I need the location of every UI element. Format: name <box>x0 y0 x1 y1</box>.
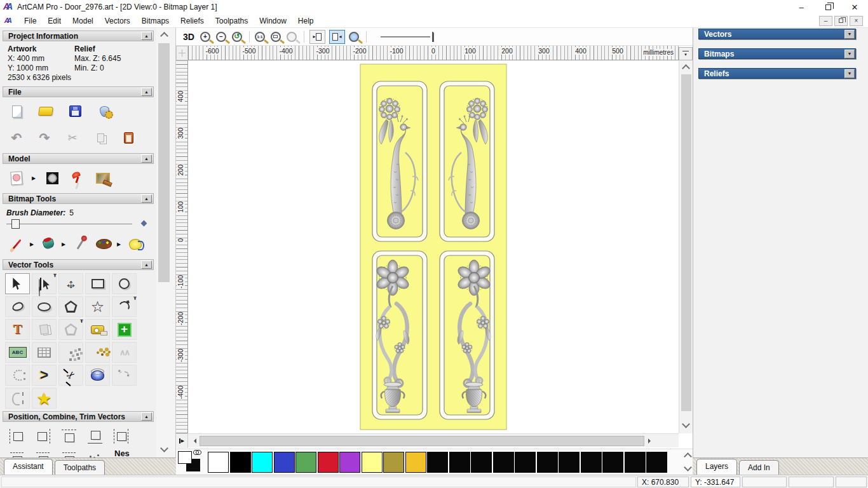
zoom-1to1-icon[interactable]: 1:1 <box>255 32 265 42</box>
centre-b-button[interactable] <box>32 449 53 458</box>
palette-swatch-12[interactable] <box>471 452 492 473</box>
palette-swatch-7[interactable] <box>362 452 383 473</box>
star-tool[interactable] <box>85 296 110 317</box>
scroll-up-icon[interactable] <box>160 32 168 40</box>
collapse-section-button[interactable] <box>141 412 152 421</box>
rectangle-tool[interactable] <box>85 273 110 294</box>
toggle-bitmap-visibility-button[interactable]: ▸ <box>309 30 325 44</box>
link-colours-icon[interactable] <box>193 450 201 455</box>
open-model-icon[interactable] <box>36 101 56 121</box>
menu-bitmaps[interactable]: Bitmaps <box>136 15 175 27</box>
save-model-icon[interactable] <box>65 101 85 121</box>
arc-fit-tool[interactable] <box>5 365 30 386</box>
spin-tool[interactable] <box>85 365 110 386</box>
restore-button[interactable] <box>815 0 841 14</box>
menu-reliefs[interactable]: Reliefs <box>175 15 210 27</box>
palette-swatch-18[interactable] <box>602 452 623 473</box>
vectorize-tool[interactable] <box>85 342 110 363</box>
slider-handle[interactable] <box>11 219 20 229</box>
tab-assistant[interactable]: Assistant <box>4 459 53 475</box>
expand-panel-button[interactable] <box>844 69 855 78</box>
scrollbar-thumb[interactable] <box>158 43 170 282</box>
palette-swatch-20[interactable] <box>646 452 667 473</box>
trim-tool[interactable] <box>58 365 83 386</box>
scroll-down-icon[interactable] <box>160 444 168 452</box>
toggle-3d-view-button[interactable]: 3D <box>181 31 196 43</box>
collapse-section-button[interactable] <box>141 261 152 269</box>
menu-window[interactable]: Window <box>254 15 292 27</box>
lighting-icon[interactable] <box>67 168 88 188</box>
copy-icon[interactable] <box>90 128 111 148</box>
arc-tool[interactable]: Ŧ <box>112 296 137 317</box>
palette-swatch-0[interactable] <box>208 452 229 473</box>
menu-toolpaths[interactable]: Toolpaths <box>210 15 254 27</box>
panel-header-vectors[interactable]: Vectors <box>698 29 856 39</box>
palette-icon[interactable] <box>93 234 114 254</box>
mdi-close-button[interactable]: × <box>850 16 863 26</box>
scroll-left-button[interactable] <box>188 434 199 448</box>
centre-a-button[interactable] <box>6 449 27 458</box>
nest-dots-button[interactable] <box>85 449 105 458</box>
minimize-button[interactable]: – <box>788 0 815 14</box>
collapse-section-button[interactable] <box>141 154 152 163</box>
menu-help[interactable]: Help <box>292 15 320 27</box>
artwork-2d-view[interactable] <box>360 64 507 430</box>
panel-header-reliefs[interactable]: Reliefs <box>698 68 856 79</box>
zoom-previous-icon[interactable]: ↺ <box>232 32 242 42</box>
node-edit-tool[interactable]: Ŧ <box>32 273 57 294</box>
greyscale-relief-icon[interactable] <box>42 168 62 188</box>
expand-panel-button[interactable] <box>844 50 855 58</box>
assistant-scrollbar[interactable] <box>156 28 176 458</box>
palette-swatch-3[interactable] <box>274 452 295 473</box>
bitmap-contrast-slider[interactable] <box>381 31 437 43</box>
tearoff-pin-icon[interactable]: Ŧ <box>53 273 57 278</box>
ruler-corner-button[interactable] <box>176 46 188 60</box>
menu-model[interactable]: Model <box>67 15 99 27</box>
collapse-section-button[interactable] <box>141 88 152 96</box>
align-left-button[interactable] <box>6 426 27 446</box>
palette-scroll-down-icon[interactable] <box>684 463 692 471</box>
primary-colour-swatch[interactable] <box>178 451 192 464</box>
slider-track[interactable] <box>6 224 132 224</box>
star-wizard-tool[interactable] <box>32 388 57 409</box>
palette-swatch-16[interactable] <box>559 452 580 473</box>
polygon-tool[interactable] <box>58 296 83 317</box>
palette-swatch-19[interactable] <box>625 452 646 473</box>
select-tool[interactable] <box>5 273 30 294</box>
doctor-tool[interactable] <box>112 319 137 340</box>
toggle-vector-visibility-button[interactable]: ◂ <box>329 30 345 44</box>
distort-tool[interactable] <box>32 342 57 363</box>
preview-relief-icon[interactable] <box>349 32 359 42</box>
palette-swatch-1[interactable] <box>230 452 251 473</box>
palette-scroll-up-icon[interactable] <box>684 452 692 461</box>
tab-toolpaths[interactable]: Toolpaths <box>55 460 105 475</box>
colour-picker-icon[interactable] <box>70 234 90 254</box>
menu-file[interactable]: File <box>18 15 42 27</box>
palette-swatch-8[interactable] <box>383 452 404 473</box>
dropdown-arrow-icon[interactable]: ▶ <box>30 241 35 247</box>
centre-c-button[interactable] <box>58 449 79 458</box>
cut-icon[interactable] <box>62 128 83 148</box>
dropdown-arrow-icon[interactable]: ▶ <box>62 241 67 247</box>
zoom-objects-icon[interactable] <box>271 32 281 42</box>
ruler-units-dropdown[interactable] <box>679 47 693 60</box>
palette-swatch-5[interactable] <box>318 452 339 473</box>
align-top-button[interactable] <box>58 426 79 446</box>
palette-swatch-2[interactable] <box>252 452 273 473</box>
free-curve-tool[interactable] <box>112 365 137 386</box>
text-tool[interactable] <box>5 319 30 340</box>
arrowhead-tool[interactable] <box>32 365 57 386</box>
mountains-tool[interactable] <box>112 342 137 363</box>
dropdown-arrow-icon[interactable]: ▶ <box>117 241 122 247</box>
scroll-up-icon[interactable] <box>682 64 690 72</box>
ruler-pin-button[interactable] <box>176 434 188 448</box>
panel-header-bitmaps[interactable]: Bitmaps <box>698 48 856 59</box>
texture-relief-icon[interactable] <box>93 168 113 188</box>
abc-tool[interactable] <box>5 342 30 363</box>
offset-tool[interactable]: Ŧ <box>58 319 83 340</box>
palette-swatch-11[interactable] <box>449 452 470 473</box>
undo-icon[interactable] <box>6 128 27 148</box>
palette-swatch-6[interactable] <box>339 452 360 473</box>
paste-along-tool[interactable] <box>58 342 83 363</box>
palette-swatch-17[interactable] <box>581 452 602 473</box>
